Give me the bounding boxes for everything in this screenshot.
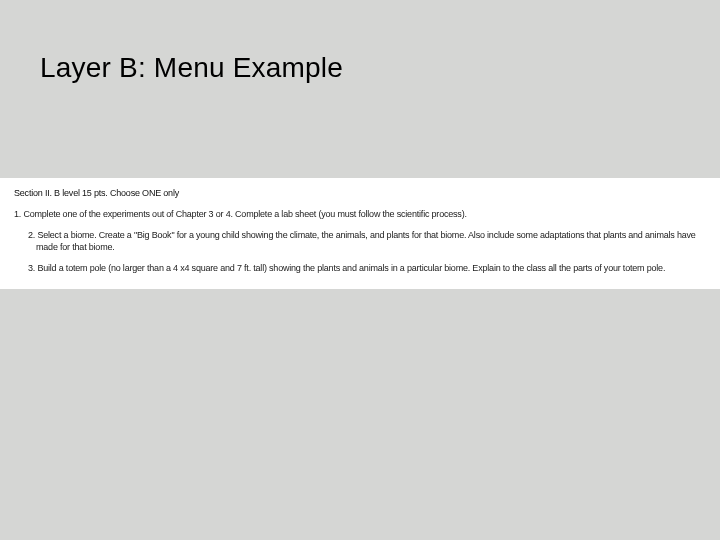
content-panel: Section II. B level 15 pts. Choose ONE o… — [0, 178, 720, 289]
list-item: 1. Complete one of the experiments out o… — [14, 208, 706, 220]
slide: Layer B: Menu Example Section II. B leve… — [0, 0, 720, 540]
section-heading: Section II. B level 15 pts. Choose ONE o… — [14, 188, 706, 198]
page-title: Layer B: Menu Example — [40, 52, 343, 84]
list-item: 3. Build a totem pole (no larger than a … — [28, 262, 706, 274]
list-item: 2. Select a biome. Create a "Big Book" f… — [28, 229, 706, 253]
